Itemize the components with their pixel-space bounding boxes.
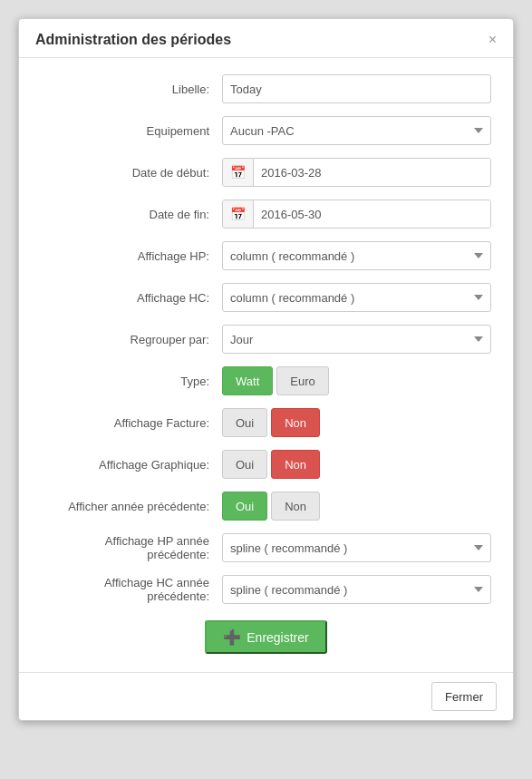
affichage-hp-label: Affichage HP: [41,249,222,263]
date-debut-input[interactable] [254,159,490,186]
save-button[interactable]: ➕ Enregistrer [205,620,326,654]
affichage-facture-label: Affichage Facture: [41,416,222,430]
affichage-hp-annee-label: Affichage HP année précédente: [41,534,222,561]
date-fin-input[interactable] [254,200,490,228]
equipement-label: Equipement [41,124,222,138]
calendar-icon-fin: 📅 [223,200,254,228]
affichage-hp-row: Affichage HP: column ( recommandé ) [41,241,491,270]
afficher-annee-non-button[interactable]: Non [271,492,320,521]
save-button-label: Enregistrer [247,630,308,645]
modal-title: Administration des périodes [35,32,231,48]
regrouper-par-row: Regrouper par: Jour [41,325,491,354]
affichage-hc-annee-select[interactable]: spline ( recommandé ) [222,575,491,604]
afficher-annee-label: Afficher année précédente: [41,500,222,513]
type-label: Type: [41,375,222,388]
affichage-hc-annee-row: Affichage HC année précédente: spline ( … [41,575,491,604]
affichage-hc-annee-label: Affichage HC année précédente: [41,576,222,603]
afficher-annee-oui-button[interactable]: Oui [222,492,267,521]
equipement-row: Equipement Aucun -PAC [41,116,491,145]
affichage-hp-annee-row: Affichage HP année précédente: spline ( … [41,533,491,562]
affichage-hc-select[interactable]: column ( recommandé ) [222,283,491,312]
affichage-graphique-row: Affichage Graphique: Oui Non [41,450,491,479]
regrouper-par-select[interactable]: Jour [222,325,491,354]
afficher-annee-btn-group: Oui Non [222,492,324,521]
modal-header: Administration des périodes × [19,19,513,58]
modal-close-button[interactable]: × [488,33,497,47]
save-row: ➕ Enregistrer [41,620,491,654]
plus-icon: ➕ [223,628,241,646]
regrouper-par-label: Regrouper par: [41,333,222,346]
close-button[interactable]: Fermer [431,682,497,711]
date-debut-label: Date de début: [41,166,222,180]
affichage-hc-label: Affichage HC: [41,291,222,305]
modal: Administration des périodes × Libelle: E… [18,18,514,721]
affichage-hc-row: Affichage HC: column ( recommandé ) [41,283,491,312]
modal-body: Libelle: Equipement Aucun -PAC Date de d… [19,58,513,672]
date-fin-wrapper: 📅 [222,200,491,229]
affichage-hp-select[interactable]: column ( recommandé ) [222,241,491,270]
date-fin-label: Date de fin: [41,208,222,221]
date-fin-row: Date de fin: 📅 [41,200,491,229]
type-euro-button[interactable]: Euro [276,366,328,395]
libelle-row: Libelle: [41,74,491,103]
affichage-facture-btn-group: Oui Non [222,408,324,437]
type-watt-button[interactable]: Watt [222,366,273,395]
afficher-annee-row: Afficher année précédente: Oui Non [41,492,491,521]
date-debut-row: Date de début: 📅 [41,158,491,187]
libelle-label: Libelle: [41,83,222,96]
affichage-hp-annee-select[interactable]: spline ( recommandé ) [222,533,491,562]
libelle-input[interactable] [222,74,491,103]
date-debut-wrapper: 📅 [222,158,491,187]
affichage-facture-non-button[interactable]: Non [271,408,320,437]
affichage-graphique-non-button[interactable]: Non [271,450,320,479]
type-btn-group: Watt Euro [222,366,333,395]
affichage-graphique-oui-button[interactable]: Oui [222,450,267,479]
type-row: Type: Watt Euro [41,366,491,395]
affichage-facture-oui-button[interactable]: Oui [222,408,267,437]
affichage-graphique-btn-group: Oui Non [222,450,324,479]
affichage-graphique-label: Affichage Graphique: [41,458,222,472]
calendar-icon-debut: 📅 [223,159,254,186]
modal-footer: Fermer [19,672,513,720]
affichage-facture-row: Affichage Facture: Oui Non [41,408,491,437]
equipement-select[interactable]: Aucun -PAC [222,116,491,145]
